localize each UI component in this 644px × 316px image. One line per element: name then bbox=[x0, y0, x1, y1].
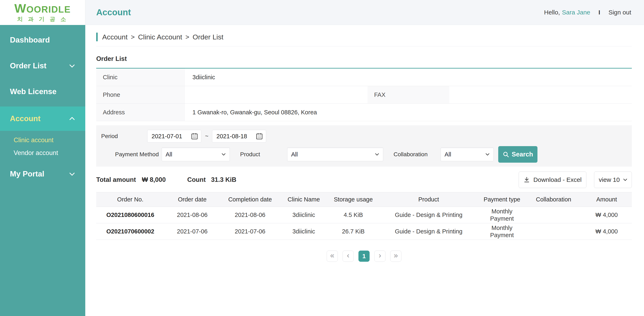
fax-value bbox=[449, 86, 632, 104]
brand-logo[interactable]: WOORIDLE 치 과 기 공 소 bbox=[0, 0, 85, 25]
product-select[interactable]: All bbox=[287, 148, 383, 161]
count-label: Count bbox=[187, 176, 206, 184]
orders-table-body: O2021080600016 2021-08-06 2021-08-06 3di… bbox=[96, 207, 632, 240]
product-value: All bbox=[291, 151, 298, 158]
column-header: Collaboration bbox=[526, 192, 582, 206]
address-label: Address bbox=[96, 104, 185, 121]
greeting-text: Hello, bbox=[544, 9, 560, 16]
orders-table-header: Order No. Order date Completion date Cli… bbox=[96, 192, 632, 207]
address-value: 1 Gwanak-ro, Gwanak-gu, Seoul 08826, Kor… bbox=[185, 104, 632, 121]
chevron-down-icon bbox=[68, 170, 76, 178]
total-amount-label: Total amount bbox=[96, 176, 136, 184]
column-header: Completion date bbox=[220, 192, 280, 206]
chevron-down-icon bbox=[221, 152, 226, 157]
filter-panel: Period 2021-07-01 ~ 2021-08-18 Payment M… bbox=[96, 125, 632, 166]
clinic-name-cell: 3diiclinic bbox=[280, 207, 328, 223]
payment-type-cell: Monthly Payment bbox=[478, 223, 526, 240]
amount-cell: ₩ 4,000 bbox=[582, 207, 632, 223]
orders-table: Order No. Order date Completion date Cli… bbox=[96, 192, 632, 240]
pagination-prev-button[interactable]: ‹ bbox=[342, 250, 354, 262]
product-cell: Guide - Design & Printing bbox=[379, 207, 478, 223]
download-excel-button[interactable]: Download - Excel bbox=[519, 172, 586, 188]
chevron-up-icon bbox=[68, 115, 76, 122]
brand-name: WOORIDLE bbox=[14, 2, 70, 15]
chevron-down-icon bbox=[374, 152, 380, 157]
chevron-down-icon bbox=[68, 62, 76, 70]
period-label: Period bbox=[101, 133, 147, 140]
collaboration-cell bbox=[526, 223, 582, 240]
table-row[interactable]: O2021070600002 2021-07-06 2021-07-06 3di… bbox=[96, 223, 632, 240]
order-no-cell[interactable]: O2021080600016 bbox=[96, 207, 164, 223]
column-header: Product bbox=[379, 192, 478, 206]
payment-method-label: Payment Method bbox=[101, 151, 162, 158]
table-row[interactable]: O2021080600016 2021-08-06 2021-08-06 3di… bbox=[96, 207, 632, 223]
pagination-last-button[interactable]: » bbox=[390, 250, 402, 262]
phone-value bbox=[185, 86, 368, 104]
sidebar-subitem-label: Vendor account bbox=[14, 149, 58, 157]
clinic-info-table: Clinic 3diiclinic Phone FAX Address 1 Gw… bbox=[96, 68, 632, 121]
order-no-cell[interactable]: O2021070600002 bbox=[96, 223, 164, 240]
date-to-value: 2021-08-18 bbox=[216, 133, 247, 140]
content: Account > Clinic Account > Order List Or… bbox=[85, 25, 644, 262]
filter-controls-row: Payment Method All Product All Collabora… bbox=[101, 146, 627, 163]
completion-date-cell: 2021-07-06 bbox=[220, 223, 280, 240]
sidebar-item-dashboard[interactable]: Dashboard bbox=[0, 27, 85, 53]
calendar-icon[interactable] bbox=[256, 132, 263, 140]
page-title: Account bbox=[96, 8, 131, 17]
calendar-icon[interactable] bbox=[191, 132, 198, 140]
period-filter-row: Period 2021-07-01 ~ 2021-08-18 bbox=[101, 129, 627, 144]
breadcrumb-separator: > bbox=[186, 33, 189, 41]
sidebar-nav: Dashboard Order List Web License Account… bbox=[0, 25, 85, 316]
product-cell: Guide - Design & Printing bbox=[379, 223, 478, 240]
amount-cell: ₩ 4,000 bbox=[582, 223, 632, 240]
breadcrumb-item-clinic-account[interactable]: Clinic Account bbox=[138, 33, 182, 41]
breadcrumb-separator: > bbox=[131, 33, 135, 41]
sidebar-item-order-list[interactable]: Order List bbox=[0, 53, 85, 79]
sign-out-button[interactable]: Sign out bbox=[608, 9, 631, 16]
topbar: Account Hello, Sara Jane I Sign out bbox=[85, 0, 644, 25]
brand-subtitle: 치 과 기 공 소 bbox=[17, 16, 68, 23]
column-header: Payment type bbox=[478, 192, 526, 206]
chevron-down-icon bbox=[485, 152, 490, 157]
order-date-cell: 2021-08-06 bbox=[164, 207, 220, 223]
sidebar-item-clinic-account[interactable]: Clinic account bbox=[0, 134, 85, 146]
user-area: Hello, Sara Jane I Sign out bbox=[544, 9, 631, 16]
sidebar-item-label: Account bbox=[10, 114, 40, 123]
sidebar-item-vendor-account[interactable]: Vendor account bbox=[0, 146, 85, 159]
column-header: Clinic Name bbox=[280, 192, 328, 206]
breadcrumb-item-account[interactable]: Account bbox=[102, 33, 128, 41]
product-label: Product bbox=[240, 151, 287, 158]
pagination: « ‹ 1 › » bbox=[96, 250, 632, 262]
column-header: Order No. bbox=[96, 192, 164, 206]
sidebar-item-label: Order List bbox=[10, 62, 46, 70]
sidebar-item-web-license[interactable]: Web License bbox=[0, 79, 85, 104]
pagination-next-button[interactable]: › bbox=[374, 250, 386, 262]
sidebar-item-label: Dashboard bbox=[10, 36, 50, 44]
pagination-page-1-button[interactable]: 1 bbox=[358, 250, 370, 262]
breadcrumb-accent-bar bbox=[96, 32, 98, 41]
summary-row: Total amount ₩ 8,000 Count 31.3 KiB Down… bbox=[96, 172, 632, 188]
clinic-name-cell: 3diiclinic bbox=[280, 223, 328, 240]
storage-usage-cell: 26.7 KiB bbox=[328, 223, 379, 240]
clinic-label: Clinic bbox=[96, 68, 185, 86]
collaboration-cell bbox=[526, 207, 582, 223]
pagination-first-button[interactable]: « bbox=[327, 250, 338, 262]
date-from-input[interactable]: 2021-07-01 bbox=[147, 130, 201, 142]
sidebar-item-my-portal[interactable]: My Portal bbox=[0, 163, 85, 185]
sidebar-item-account[interactable]: Account bbox=[0, 106, 85, 131]
payment-method-select[interactable]: All bbox=[162, 148, 230, 161]
payment-type-cell: Monthly Payment bbox=[478, 207, 526, 223]
collaboration-select[interactable]: All bbox=[440, 148, 494, 161]
user-name-link[interactable]: Sara Jane bbox=[562, 9, 590, 16]
table-actions: Download - Excel view 10 bbox=[519, 172, 632, 188]
search-icon bbox=[502, 151, 509, 158]
date-from-value: 2021-07-01 bbox=[152, 133, 182, 140]
totals: Total amount ₩ 8,000 Count 31.3 KiB bbox=[96, 176, 236, 184]
breadcrumb-item-order-list[interactable]: Order List bbox=[193, 33, 224, 41]
view-count-select[interactable]: view 10 bbox=[594, 172, 632, 188]
search-button[interactable]: Search bbox=[498, 146, 538, 163]
chevron-down-icon bbox=[622, 177, 628, 182]
main-area: Account Hello, Sara Jane I Sign out Acco… bbox=[85, 0, 644, 316]
date-to-input[interactable]: 2021-08-18 bbox=[212, 130, 266, 142]
total-amount-value: ₩ 8,000 bbox=[142, 176, 166, 184]
